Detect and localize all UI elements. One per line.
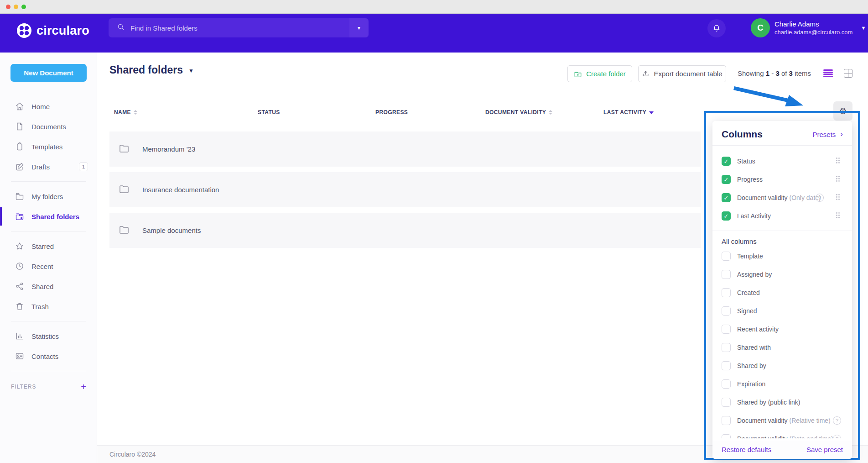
column-toggle-created[interactable]: Created [712, 284, 852, 302]
chevron-down-icon: ▼ [861, 25, 866, 31]
app-logo[interactable]: circularo [16, 23, 89, 38]
filters-label: FILTERS [11, 384, 36, 390]
folder-icon [119, 143, 130, 156]
new-document-button[interactable]: New Document [10, 64, 87, 82]
help-icon[interactable]: ? [833, 416, 841, 425]
column-settings-button[interactable]: ⚙ [833, 101, 852, 121]
column-toggle-document-validity-date-and-time[interactable]: Document validity (Date and time) ? [712, 430, 852, 438]
drag-handle-icon[interactable] [836, 212, 840, 221]
help-icon[interactable]: ? [833, 435, 841, 438]
column-header-progress[interactable]: PROGRESS [375, 109, 408, 116]
checkbox-unchecked-icon[interactable] [722, 325, 731, 334]
sidebar-item-documents[interactable]: Documents [0, 116, 97, 137]
checkbox-unchecked-icon[interactable] [722, 288, 731, 297]
sidebar-divider [11, 371, 86, 371]
sidebar-item-contacts[interactable]: Contacts [0, 346, 97, 366]
minimize-window-icon[interactable] [14, 5, 18, 9]
checkbox-checked-icon[interactable]: ✓ [722, 157, 731, 166]
maximize-window-icon[interactable] [21, 5, 26, 9]
logo-wordmark: circularo [36, 24, 89, 38]
sidebar-item-label: Templates [31, 143, 62, 151]
sidebar-item-label: My folders [31, 193, 63, 200]
sidebar-item-shared-folders[interactable]: Shared folders [0, 206, 97, 226]
table-row[interactable]: Sample documents [109, 213, 701, 248]
drag-handle-icon[interactable] [836, 175, 840, 184]
column-toggle-expiration[interactable]: Expiration [712, 375, 852, 393]
page-title-dropdown[interactable]: Shared folders ▼ [109, 64, 194, 76]
notifications-button[interactable] [707, 19, 726, 37]
list-view-icon[interactable] [823, 69, 833, 77]
export-document-table-button[interactable]: Export document table [638, 65, 726, 82]
column-toggle-signed[interactable]: Signed [712, 302, 852, 320]
sidebar-item-trash[interactable]: Trash [0, 296, 97, 316]
column-toggle-shared-with[interactable]: Shared with [712, 338, 852, 357]
sidebar: New Document Home Documents Templates Dr… [0, 53, 97, 463]
checkbox-unchecked-icon[interactable] [722, 379, 731, 389]
drag-handle-icon[interactable] [836, 157, 840, 166]
sidebar-item-my-folders[interactable]: My folders [0, 186, 97, 206]
checkbox-unchecked-icon[interactable] [722, 343, 731, 352]
sidebar-item-statistics[interactable]: Statistics [0, 326, 97, 346]
all-columns-label: All columns [712, 231, 852, 247]
column-toggle-last-activity[interactable]: ✓ Last Activity [712, 207, 852, 225]
sidebar-item-label: Shared folders [31, 213, 79, 221]
sidebar-item-recent[interactable]: Recent [0, 256, 97, 276]
add-filter-icon[interactable]: + [81, 382, 86, 391]
column-toggle-document-validity-relative-time[interactable]: Document validity (Relative time) ? [712, 411, 852, 430]
sort-icon [549, 110, 552, 115]
filters-section: FILTERS + [0, 376, 97, 391]
user-menu[interactable]: C Charlie Adams charlie.adams@circularo.… [751, 18, 866, 37]
close-window-icon[interactable] [6, 5, 10, 9]
sidebar-item-home[interactable]: Home [0, 96, 97, 116]
checkbox-unchecked-icon[interactable] [722, 398, 731, 407]
sidebar-item-shared[interactable]: Shared [0, 276, 97, 296]
save-preset-link[interactable]: Save preset [806, 446, 843, 453]
presets-link[interactable]: Presets › [812, 130, 843, 139]
column-toggle-template[interactable]: Template [712, 247, 852, 265]
restore-defaults-link[interactable]: Restore defaults [722, 446, 771, 453]
column-toggle-shared-by-public-link[interactable]: Shared by (public link) [712, 393, 852, 411]
table-row[interactable]: Insurance documentation [109, 172, 701, 207]
create-folder-button[interactable]: Create folder [567, 65, 632, 82]
folder-name: Memorandum '23 [142, 145, 195, 153]
checkbox-checked-icon[interactable]: ✓ [722, 211, 731, 221]
checkbox-unchecked-icon[interactable] [722, 434, 731, 438]
column-toggle-progress[interactable]: ✓ Progress [712, 170, 852, 189]
checkbox-unchecked-icon[interactable] [722, 306, 731, 316]
sidebar-item-templates[interactable]: Templates [0, 137, 97, 157]
checkbox-checked-icon[interactable]: ✓ [722, 175, 731, 184]
grid-view-icon[interactable] [844, 69, 852, 78]
column-header-status[interactable]: STATUS [258, 109, 280, 116]
column-toggle-shared-by[interactable]: Shared by [712, 357, 852, 375]
column-header-last-activity[interactable]: LAST ACTIVITY [603, 109, 654, 116]
contacts-icon [15, 352, 24, 361]
sort-icon [134, 110, 137, 115]
sort-desc-icon [649, 111, 654, 114]
sidebar-item-label: Trash [31, 303, 49, 310]
sidebar-item-drafts[interactable]: Drafts 1 [0, 157, 97, 177]
circularo-logo-icon [16, 23, 32, 38]
checkbox-checked-icon[interactable]: ✓ [722, 193, 731, 202]
column-toggle-status[interactable]: ✓ Status [712, 152, 852, 170]
drag-handle-icon[interactable] [836, 194, 840, 202]
column-toggle-recent-activity[interactable]: Recent activity [712, 320, 852, 338]
clock-icon [15, 262, 24, 271]
table-row[interactable]: Memorandum '23 [109, 132, 701, 167]
checkbox-unchecked-icon[interactable] [722, 270, 731, 279]
help-icon[interactable]: ? [816, 194, 824, 202]
sidebar-divider [11, 321, 86, 321]
home-icon [15, 102, 24, 111]
checkbox-unchecked-icon[interactable] [722, 252, 731, 261]
column-header-document-validity[interactable]: DOCUMENT VALIDITY [485, 109, 552, 116]
showing-items-status: Showing 1 - 3 of 3 items [738, 69, 811, 77]
search-input[interactable] [130, 24, 349, 32]
search-scope-dropdown[interactable]: ▼ [349, 18, 369, 37]
column-header-name[interactable]: NAME [114, 109, 137, 116]
sidebar-item-starred[interactable]: Starred [0, 236, 97, 256]
column-toggle-assigned-by[interactable]: Assigned by [712, 265, 852, 284]
checkbox-unchecked-icon[interactable] [722, 416, 731, 425]
sidebar-item-label: Drafts [31, 163, 50, 171]
user-avatar: C [751, 18, 770, 37]
column-toggle-document-validity-only-date[interactable]: ✓ Document validity (Only date) ? [712, 189, 852, 207]
checkbox-unchecked-icon[interactable] [722, 361, 731, 370]
